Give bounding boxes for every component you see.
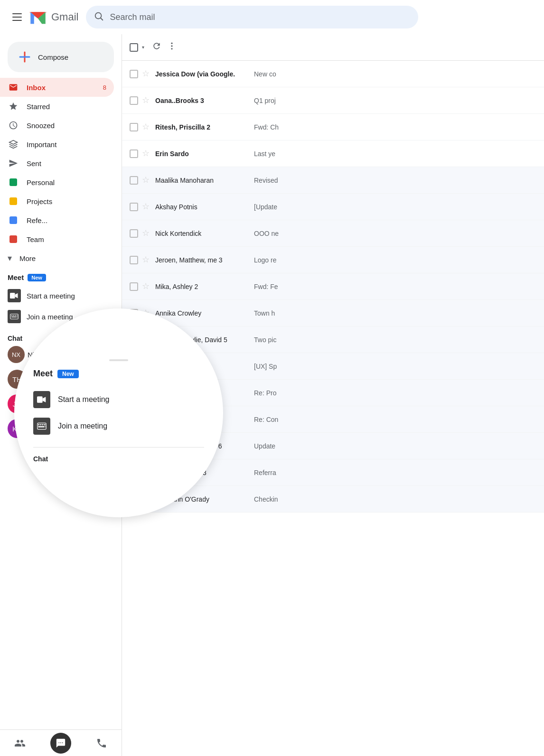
row-checkbox[interactable]	[130, 96, 138, 105]
star-icon[interactable]: ☆	[142, 96, 151, 105]
row-snippet: Re: Con	[254, 416, 536, 423]
important-icon	[8, 139, 19, 150]
phone-button[interactable]	[92, 734, 111, 753]
star-icon[interactable]: ☆	[142, 255, 151, 265]
row-sender: Akshay Potnis	[155, 203, 250, 211]
star-icon[interactable]: ☆	[142, 176, 151, 185]
row-checkbox[interactable]	[130, 229, 138, 238]
select-all-checkbox[interactable]	[130, 43, 138, 52]
refresh-button[interactable]	[152, 41, 161, 53]
overlay-chat-title: Chat	[33, 455, 204, 463]
sidebar-item-inbox[interactable]: Inbox 8	[0, 78, 114, 97]
row-checkbox[interactable]	[130, 256, 138, 264]
compose-button[interactable]: Compose	[8, 42, 114, 72]
overlay-meet-section: Meet New Start a meeting Join a meeting	[33, 369, 204, 443]
sidebar-item-snoozed[interactable]: Snoozed	[0, 116, 114, 135]
menu-button[interactable]	[8, 8, 27, 27]
gmail-logo-icon	[28, 8, 47, 27]
video-icon	[8, 289, 21, 302]
row-snippet: New co	[254, 70, 536, 78]
logo-area: Gmail	[28, 8, 78, 27]
personal-label: Personal	[27, 178, 106, 187]
overlay-join-meeting-button[interactable]: Join a meeting	[33, 413, 204, 439]
sidebar-item-important[interactable]: Important	[0, 135, 114, 154]
personal-label-dot	[9, 178, 17, 186]
row-sender: Ritesh, Priscilla 2	[155, 123, 250, 131]
star-icon[interactable]: ☆	[142, 149, 151, 159]
email-row[interactable]: ☆ Maalika Manoharan Revised	[122, 167, 544, 194]
row-snippet: Logo re	[254, 256, 536, 264]
row-checkbox[interactable]	[130, 70, 138, 78]
row-sender: Jeroen, Matthew, me 3	[155, 256, 250, 264]
phone-icon	[96, 737, 107, 749]
toolbar-more-button[interactable]	[167, 41, 177, 53]
row-snippet: Referra	[254, 469, 536, 476]
compose-label: Compose	[38, 53, 68, 61]
email-row[interactable]: ☆ Jeroen, Matthew, me 3 Logo re	[122, 247, 544, 273]
circle-content: Meet New Start a meeting Join a meeting …	[14, 348, 223, 478]
svg-rect-6	[10, 293, 15, 299]
row-checkbox[interactable]	[130, 176, 138, 185]
svg-line-3	[101, 18, 103, 20]
keyboard-icon	[8, 310, 21, 323]
sidebar-item-starred[interactable]: Starred	[0, 97, 114, 116]
svg-rect-23	[40, 424, 42, 426]
sidebar-item-team[interactable]: Team	[0, 230, 114, 249]
sidebar-item-sent[interactable]: Sent	[0, 154, 114, 173]
row-snippet: Fwd: Fe	[254, 283, 536, 290]
sidebar-item-projects[interactable]: Projects	[0, 192, 114, 211]
email-row[interactable]: ☆ Nick Kortendick OOO ne	[122, 220, 544, 247]
row-snippet: Revised	[254, 177, 536, 184]
important-label: Important	[27, 140, 106, 149]
email-row[interactable]: ☆ Mika, Ashley 2 Fwd: Fe	[122, 273, 544, 300]
meet-header: Meet New	[8, 273, 114, 281]
email-toolbar: ▾	[122, 34, 544, 61]
svg-rect-13	[17, 317, 18, 317]
row-checkbox[interactable]	[130, 282, 138, 291]
star-icon[interactable]: ☆	[142, 282, 151, 291]
svg-rect-11	[17, 315, 18, 316]
snoozed-label: Snoozed	[27, 121, 106, 130]
projects-label: Projects	[27, 197, 106, 205]
row-sender: Oana..Brooks 3	[155, 97, 250, 104]
chat-bubble-icon	[56, 738, 66, 748]
row-checkbox[interactable]	[130, 203, 138, 211]
more-button[interactable]: ▾ More	[0, 249, 122, 268]
email-row[interactable]: ☆ Erin Sardo Last ye	[122, 140, 544, 167]
star-icon[interactable]: ☆	[142, 229, 151, 238]
svg-point-18	[171, 45, 172, 47]
email-row[interactable]: ☆ Annika Crowley Town h	[122, 300, 544, 327]
team-label-dot	[9, 235, 17, 243]
chat-bubble-button[interactable]	[50, 733, 71, 754]
email-row[interactable]: ☆ Ritesh, Priscilla 2 Fwd: Ch	[122, 114, 544, 140]
inbox-badge: 8	[103, 84, 106, 91]
star-icon[interactable]: ☆	[142, 122, 151, 132]
row-checkbox[interactable]	[130, 149, 138, 158]
email-row[interactable]: ☆ Oana..Brooks 3 Q1 proj	[122, 87, 544, 114]
email-row[interactable]: ☆ Akshay Potnis [Update	[122, 194, 544, 220]
start-meeting-button[interactable]: Start a meeting	[8, 285, 114, 306]
star-icon[interactable]: ☆	[142, 202, 151, 212]
row-sender: Erin Sardo	[155, 150, 250, 158]
star-icon[interactable]: ☆	[142, 69, 151, 79]
svg-rect-24	[42, 424, 44, 426]
sent-icon	[8, 158, 19, 169]
meet-title: Meet	[8, 273, 24, 281]
row-snippet: Update	[254, 442, 536, 450]
sidebar-item-personal[interactable]: Personal	[0, 173, 114, 192]
row-sender: Jessica Dow (via Google.	[155, 70, 250, 78]
svg-rect-8	[11, 315, 12, 316]
email-row[interactable]: ☆ Jessica Dow (via Google. New co	[122, 61, 544, 87]
meet-new-badge: New	[28, 274, 46, 281]
references-label-dot	[9, 216, 17, 224]
sidebar-item-references[interactable]: Refe...	[0, 211, 114, 230]
bottom-bar	[0, 729, 122, 756]
row-checkbox[interactable]	[130, 123, 138, 131]
overlay-start-meeting-button[interactable]: Start a meeting	[33, 386, 204, 413]
select-dropdown-icon[interactable]: ▾	[142, 45, 144, 50]
search-bar[interactable]: Search mail	[86, 6, 418, 28]
people-button[interactable]	[10, 734, 29, 753]
row-sender: Annika Crowley	[155, 309, 250, 317]
people-icon	[14, 737, 26, 749]
references-label: Refe...	[27, 216, 106, 224]
